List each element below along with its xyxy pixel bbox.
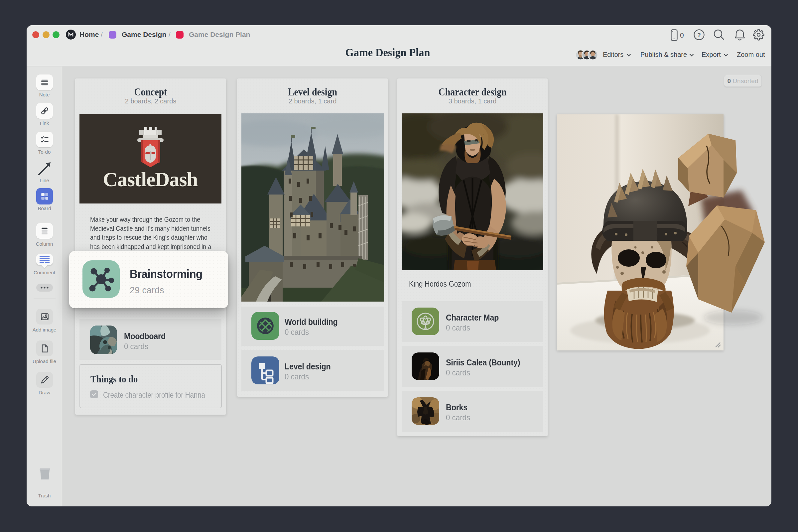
svg-text:?: ? <box>697 32 701 38</box>
svg-text:CastleDash: CastleDash <box>103 168 198 191</box>
